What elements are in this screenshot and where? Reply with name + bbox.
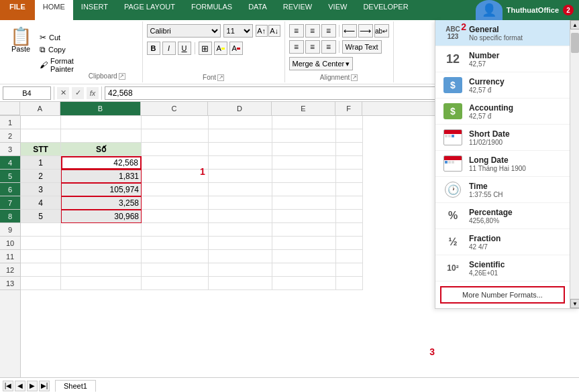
- align-top-center-button[interactable]: ≡: [305, 24, 320, 38]
- cell-D13[interactable]: [209, 277, 272, 290]
- tab-developer[interactable]: DEVELOPER: [355, 0, 416, 20]
- cell-E12[interactable]: [272, 263, 336, 277]
- cell-F13[interactable]: [336, 277, 363, 290]
- font-color-button[interactable]: A: [229, 42, 243, 55]
- clipboard-expand[interactable]: ↗: [119, 73, 125, 80]
- align-top-left-button[interactable]: ≡: [289, 24, 304, 38]
- cell-D9[interactable]: [209, 223, 272, 237]
- cell-C7[interactable]: [142, 196, 209, 210]
- paste-button[interactable]: 📋 Paste: [4, 24, 38, 81]
- cell-B5[interactable]: 1,831: [61, 170, 142, 183]
- cell-B6[interactable]: 105,974: [61, 183, 142, 196]
- cell-E13[interactable]: [272, 277, 336, 290]
- cell-D3[interactable]: [209, 143, 272, 156]
- cell-F6[interactable]: [336, 183, 363, 196]
- tab-page-layout[interactable]: PAGE LAYOUT: [116, 0, 183, 20]
- cell-C11[interactable]: [142, 250, 209, 263]
- cell-C8[interactable]: [142, 210, 209, 223]
- cell-A10[interactable]: [21, 237, 61, 250]
- cell-C9[interactable]: [142, 223, 209, 237]
- cell-E5[interactable]: [272, 170, 336, 183]
- format-item-currency[interactable]: $ Currency 42,57 đ: [435, 72, 570, 99]
- cell-B4[interactable]: 42,568: [61, 156, 142, 170]
- cell-D8[interactable]: [209, 210, 272, 223]
- cell-C10[interactable]: [142, 237, 209, 250]
- formula-fx-button[interactable]: fx: [87, 87, 99, 99]
- font-family-select[interactable]: Calibri: [147, 24, 221, 38]
- cell-F10[interactable]: [336, 237, 363, 250]
- cell-B2[interactable]: [61, 129, 142, 143]
- font-decrease-btn[interactable]: A↓: [268, 25, 280, 37]
- fill-color-button[interactable]: A: [214, 42, 227, 55]
- merge-center-button[interactable]: Merge & Center ▾: [289, 57, 354, 70]
- cell-C3[interactable]: [142, 143, 209, 156]
- formula-confirm-button[interactable]: ✓: [72, 87, 84, 99]
- align-right-button[interactable]: ≡: [321, 40, 336, 54]
- tab-review[interactable]: REVIEW: [275, 0, 320, 20]
- format-item-accounting[interactable]: $ Accounting 42,57 đ: [435, 99, 570, 125]
- cell-B9[interactable]: [61, 223, 142, 237]
- cell-D6[interactable]: [209, 183, 272, 196]
- cell-F8[interactable]: [336, 210, 363, 223]
- cell-A8[interactable]: 5: [21, 210, 61, 223]
- cell-C13[interactable]: [142, 277, 209, 290]
- tab-formulas[interactable]: FORMULAS: [183, 0, 240, 20]
- cell-D5[interactable]: [209, 170, 272, 183]
- cell-F11[interactable]: [336, 250, 363, 263]
- cut-button[interactable]: ✂ Cut: [38, 32, 76, 43]
- scroll-thumb[interactable]: [571, 33, 579, 53]
- align-top-right-button[interactable]: ≡: [321, 24, 336, 38]
- tab-data[interactable]: DATA: [240, 0, 275, 20]
- cell-F5[interactable]: [336, 170, 363, 183]
- cell-C1[interactable]: [142, 116, 209, 129]
- cell-A6[interactable]: 3: [21, 183, 61, 196]
- alignment-expand[interactable]: ↗: [351, 74, 358, 81]
- text-direction-button[interactable]: ab↵: [374, 24, 389, 38]
- cell-E1[interactable]: [272, 116, 336, 129]
- cell-B7[interactable]: 3,258: [61, 196, 142, 210]
- cell-A9[interactable]: [21, 223, 61, 237]
- cell-B11[interactable]: [61, 250, 142, 263]
- cell-E7[interactable]: [272, 196, 336, 210]
- cell-C2[interactable]: [142, 129, 209, 143]
- cell-B8[interactable]: 30,968: [61, 210, 142, 223]
- cell-D10[interactable]: [209, 237, 272, 250]
- cell-A11[interactable]: [21, 250, 61, 263]
- scroll-down-button[interactable]: ▼: [570, 299, 579, 308]
- format-item-short-date[interactable]: Short Date 11/02/1900: [435, 125, 570, 151]
- cell-E9[interactable]: [272, 223, 336, 237]
- cell-A1[interactable]: [21, 116, 61, 129]
- tab-insert[interactable]: INSERT: [73, 0, 116, 20]
- border-button[interactable]: ⊞: [199, 42, 212, 55]
- cell-D12[interactable]: [209, 263, 272, 277]
- cell-E3[interactable]: [272, 143, 336, 156]
- cell-F4[interactable]: [336, 156, 363, 170]
- cell-A3[interactable]: STT: [21, 143, 61, 156]
- cell-E11[interactable]: [272, 250, 336, 263]
- cell-F2[interactable]: [336, 129, 363, 143]
- more-formats-button[interactable]: More Number Formats...: [440, 286, 565, 304]
- cell-A7[interactable]: 4: [21, 196, 61, 210]
- cell-E8[interactable]: [272, 210, 336, 223]
- cell-A5[interactable]: 2: [21, 170, 61, 183]
- tab-home[interactable]: HOME: [35, 0, 73, 20]
- format-item-general[interactable]: ABC123 General No specific format: [435, 20, 570, 46]
- format-item-long-date[interactable]: Long Date 11 Tháng Hai 1900: [435, 151, 570, 177]
- cell-A13[interactable]: [21, 277, 61, 290]
- font-expand[interactable]: ↗: [217, 74, 224, 81]
- cell-F9[interactable]: [336, 223, 363, 237]
- cell-D7[interactable]: [209, 196, 272, 210]
- format-item-scientific[interactable]: 10² Scientific 4,26E+01: [435, 255, 570, 281]
- bold-button[interactable]: B: [147, 42, 160, 55]
- underline-button[interactable]: U: [178, 42, 191, 55]
- indent-decrease-button[interactable]: ⟵: [342, 24, 357, 38]
- cell-B3[interactable]: Số: [61, 143, 142, 156]
- cell-C5[interactable]: [142, 170, 209, 183]
- cell-D1[interactable]: [209, 116, 272, 129]
- sheet-tab-1[interactable]: Sheet1: [55, 380, 96, 392]
- font-increase-btn[interactable]: A↑: [256, 25, 268, 37]
- cell-D11[interactable]: [209, 250, 272, 263]
- cell-C4[interactable]: [142, 156, 209, 170]
- cell-B13[interactable]: [61, 277, 142, 290]
- cell-D2[interactable]: [209, 129, 272, 143]
